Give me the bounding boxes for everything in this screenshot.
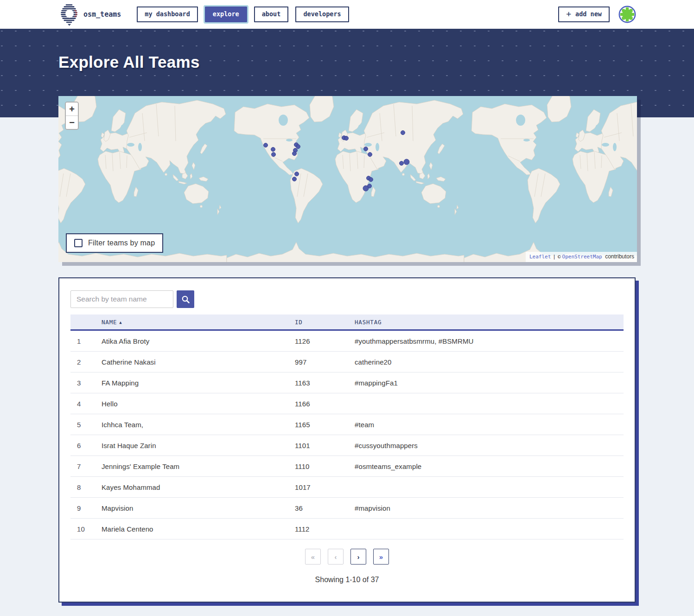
nav-my-dashboard[interactable]: my dashboard [137, 6, 198, 22]
primary-nav: my dashboard explore about developers [137, 6, 349, 22]
team-id: 1017 [291, 477, 351, 498]
zoom-in-button[interactable]: + [66, 103, 78, 116]
nav-explore[interactable]: explore [205, 6, 247, 22]
attribution-suffix: contributors [605, 253, 634, 260]
table-row[interactable]: 8 Kayes Mohammad 1017 [70, 477, 624, 498]
team-marker[interactable] [400, 161, 404, 166]
row-number: 4 [70, 393, 98, 414]
previous-page-button[interactable]: ‹ [328, 549, 344, 565]
zoom-out-button[interactable]: − [66, 116, 78, 129]
team-marker[interactable] [293, 177, 297, 181]
column-row-number [70, 314, 98, 330]
team-hashtag: #osmteams_example [351, 456, 624, 477]
team-marker[interactable] [271, 148, 275, 152]
osm-teams-logo-icon[interactable] [58, 3, 80, 26]
brand-name: osm_teams [83, 10, 121, 19]
user-avatar[interactable] [618, 5, 637, 24]
nav-about[interactable]: about [254, 6, 289, 22]
team-marker[interactable] [404, 159, 409, 165]
team-marker[interactable] [293, 152, 297, 156]
team-name: Israt Haque Zarin [98, 435, 291, 456]
row-number: 3 [70, 372, 98, 393]
teams-table-card: NAME▲ ID HASHTAG 1 Atika Afia Broty 1126… [58, 277, 636, 603]
navbar: osm_teams my dashboard explore about dev… [0, 0, 694, 29]
team-marker[interactable] [344, 136, 349, 141]
table-row[interactable]: 9 Mapvision 36 #mapvision [70, 498, 624, 519]
teams-map: + − Filter teams by map Leaflet|©OpenStr… [58, 96, 637, 262]
team-hashtag: #cussyouthmappers [351, 435, 624, 456]
filter-label: Filter teams by map [88, 239, 155, 247]
team-id: 1163 [291, 372, 351, 393]
table-row[interactable]: 5 Ichhca Team, 1165 #team [70, 414, 624, 435]
team-marker[interactable] [368, 153, 372, 157]
column-hashtag[interactable]: HASHTAG [351, 314, 624, 330]
team-id: 1166 [291, 393, 351, 414]
team-name: Jennings' Example Team [98, 456, 291, 477]
team-hashtag: #mappingFa1 [351, 372, 624, 393]
team-marker[interactable] [295, 172, 299, 176]
osm-link[interactable]: OpenStreetMap [562, 254, 602, 260]
team-id: 1101 [291, 435, 351, 456]
team-id: 1126 [291, 330, 351, 352]
pagination-summary: Showing 1-10 of 37 [59, 576, 635, 584]
attribution-divider: | [553, 254, 556, 260]
row-number: 5 [70, 414, 98, 435]
first-page-button[interactable]: « [305, 549, 321, 565]
filter-teams-toggle[interactable]: Filter teams by map [66, 233, 163, 253]
table-row[interactable]: 3 FA Mapping 1163 #mappingFa1 [70, 372, 624, 393]
team-hashtag: #mapvision [351, 498, 624, 519]
row-number: 10 [70, 519, 98, 539]
column-id[interactable]: ID [291, 314, 351, 330]
team-marker[interactable] [264, 143, 268, 148]
map-attribution: Leaflet|©OpenStreetMap contributors [526, 252, 637, 262]
team-id: 1165 [291, 414, 351, 435]
team-marker[interactable] [401, 131, 405, 135]
row-number: 1 [70, 330, 98, 352]
team-hashtag: catherine20 [351, 352, 624, 372]
table-header-row: NAME▲ ID HASHTAG [70, 314, 624, 330]
team-name: Mapvision [98, 498, 291, 519]
team-name: FA Mapping [98, 372, 291, 393]
add-new-button[interactable]: + add new [558, 6, 610, 22]
team-hashtag: #youthmappersatbsmrmu, #BSMRMU [351, 330, 624, 352]
team-marker[interactable] [363, 186, 369, 191]
filter-checkbox[interactable] [74, 239, 83, 247]
search-bar [70, 290, 624, 308]
column-name[interactable]: NAME▲ [98, 314, 291, 330]
row-number: 6 [70, 435, 98, 456]
table-row[interactable]: 1 Atika Afia Broty 1126 #youthmappersatb… [70, 330, 624, 352]
row-number: 9 [70, 498, 98, 519]
search-button[interactable] [177, 290, 194, 308]
map-zoom-control: + − [65, 102, 79, 130]
add-new-label: add new [575, 11, 602, 18]
row-number: 2 [70, 352, 98, 372]
row-number: 7 [70, 456, 98, 477]
team-name: Kayes Mohammad [98, 477, 291, 498]
leaflet-link[interactable]: Leaflet [529, 254, 551, 260]
search-icon [181, 295, 190, 304]
team-name: Mariela Centeno [98, 519, 291, 539]
team-id: 1110 [291, 456, 351, 477]
table-row[interactable]: 2 Catherine Nakasi 997 catherine20 [70, 352, 624, 372]
team-hashtag [351, 519, 624, 539]
team-hashtag: #team [351, 414, 624, 435]
nav-developers[interactable]: developers [295, 6, 349, 22]
plus-icon: + [566, 10, 571, 18]
table-row[interactable]: 10 Mariela Centeno 1112 [70, 519, 624, 539]
last-page-button[interactable]: » [373, 549, 389, 565]
team-name: Catherine Nakasi [98, 352, 291, 372]
team-hashtag [351, 393, 624, 414]
team-marker[interactable] [272, 153, 276, 157]
search-input[interactable] [70, 290, 173, 308]
copyright-symbol: © [558, 254, 561, 260]
table-row[interactable]: 4 Hello 1166 [70, 393, 624, 414]
team-marker[interactable] [369, 178, 373, 182]
team-marker[interactable] [296, 145, 300, 149]
table-row[interactable]: 6 Israt Haque Zarin 1101 #cussyouthmappe… [70, 435, 624, 456]
team-id: 36 [291, 498, 351, 519]
team-marker[interactable] [364, 147, 368, 151]
team-hashtag [351, 477, 624, 498]
table-row[interactable]: 7 Jennings' Example Team 1110 #osmteams_… [70, 456, 624, 477]
next-page-button[interactable]: › [350, 549, 366, 565]
teams-table: NAME▲ ID HASHTAG 1 Atika Afia Broty 1126… [70, 314, 624, 539]
